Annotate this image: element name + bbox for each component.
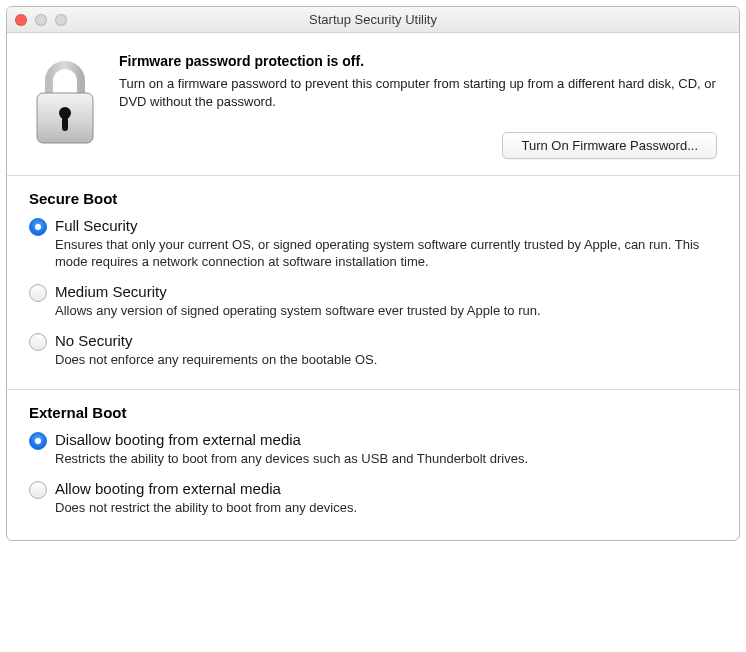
window: Startup Security Utility (6, 6, 740, 541)
radio-allow-external[interactable] (29, 481, 47, 499)
option-desc: Does not enforce any requirements on the… (55, 352, 717, 369)
option-label: No Security (55, 332, 717, 350)
traffic-lights (15, 14, 67, 26)
svg-rect-2 (62, 115, 68, 131)
minimize-button (35, 14, 47, 26)
option-desc: Does not restrict the ability to boot fr… (55, 500, 717, 517)
option-allow-external[interactable]: Allow booting from external media Does n… (29, 480, 717, 517)
option-no-security[interactable]: No Security Does not enforce any require… (29, 332, 717, 369)
radio-no-security[interactable] (29, 333, 47, 351)
option-label: Allow booting from external media (55, 480, 717, 498)
close-button[interactable] (15, 14, 27, 26)
firmware-text: Firmware password protection is off. Tur… (119, 53, 717, 159)
window-title: Startup Security Utility (7, 12, 739, 27)
option-desc: Restricts the ability to boot from any d… (55, 451, 717, 468)
secure-boot-title: Secure Boot (29, 190, 717, 207)
turn-on-firmware-password-button[interactable]: Turn On Firmware Password... (502, 132, 717, 159)
option-disallow-external[interactable]: Disallow booting from external media Res… (29, 431, 717, 468)
option-desc: Allows any version of signed operating s… (55, 303, 717, 320)
firmware-heading: Firmware password protection is off. (119, 53, 717, 69)
option-medium-security[interactable]: Medium Security Allows any version of si… (29, 283, 717, 320)
lock-icon (29, 57, 101, 159)
secure-boot-section: Secure Boot Full Security Ensures that o… (7, 176, 739, 390)
external-boot-section: External Boot Disallow booting from exte… (7, 390, 739, 541)
radio-full-security[interactable] (29, 218, 47, 236)
radio-medium-security[interactable] (29, 284, 47, 302)
firmware-description: Turn on a firmware password to prevent t… (119, 75, 717, 110)
option-label: Disallow booting from external media (55, 431, 717, 449)
option-label: Full Security (55, 217, 717, 235)
radio-disallow-external[interactable] (29, 432, 47, 450)
firmware-header: Firmware password protection is off. Tur… (7, 33, 739, 176)
option-full-security[interactable]: Full Security Ensures that only your cur… (29, 217, 717, 271)
external-boot-title: External Boot (29, 404, 717, 421)
option-label: Medium Security (55, 283, 717, 301)
option-desc: Ensures that only your current OS, or si… (55, 237, 717, 271)
titlebar: Startup Security Utility (7, 7, 739, 33)
zoom-button (55, 14, 67, 26)
